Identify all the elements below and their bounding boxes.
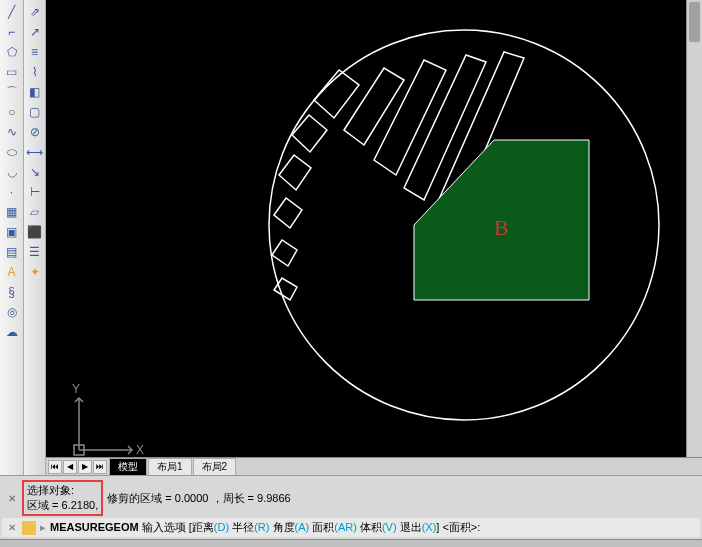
command-text: MEASUREGEOM 输入选项 [距离(D) 半径(R) 角度(A) 面积(A… [50, 520, 480, 535]
circle-tool-icon[interactable]: ○ [3, 103, 21, 121]
trim-region-text: 修剪的区域 = 0.0000 [107, 492, 208, 504]
tab-first-icon[interactable]: ⏮ [48, 460, 62, 474]
svg-text:Y: Y [72, 382, 80, 396]
region-tool-icon[interactable]: ▣ [3, 223, 21, 241]
command-history-area: ✕ 选择对象: 区域 = 6.2180, 修剪的区域 = 0.0000 ，周长 … [0, 475, 702, 539]
xline-tool-icon[interactable]: ⇗ [26, 3, 44, 21]
close-cmdline-icon[interactable]: ✕ [6, 492, 18, 504]
rectangle-tool-icon[interactable]: ▭ [3, 63, 21, 81]
modify-toolbar: ⇗ ↗ ≡ ⌇ ◧ ▢ ⊘ ⟷ ↘ ⊢ ▱ ⬛ ☰ ✦ [24, 0, 46, 475]
wipeout-tool-icon[interactable]: ⊘ [26, 123, 44, 141]
dimension-tool-icon[interactable]: ⟷ [26, 143, 44, 161]
id-point-tool-icon[interactable]: ✦ [26, 263, 44, 281]
area-tool-icon[interactable]: ▱ [26, 203, 44, 221]
tab-layout2[interactable]: 布局2 [193, 458, 237, 475]
boundary-tool-icon[interactable]: ▢ [26, 103, 44, 121]
multiline-tool-icon[interactable]: ≡ [26, 43, 44, 61]
ellipse-arc-tool-icon[interactable]: ◡ [3, 163, 21, 181]
label-b: B [494, 215, 509, 240]
polyline-tool-icon[interactable]: ⌐ [3, 23, 21, 41]
status-bar [0, 539, 702, 547]
list-tool-icon[interactable]: ☰ [26, 243, 44, 261]
close-cmdinput-icon[interactable]: ✕ [6, 522, 18, 534]
command-input-line: ✕ ▸ MEASUREGEOM 输入选项 [距离(D) 半径(R) 角度(A) … [2, 518, 700, 537]
select-object-label: 选择对象: [27, 484, 74, 496]
polygon-tool-icon[interactable]: ⬠ [3, 43, 21, 61]
drawing-content: B Y X [46, 0, 702, 475]
tab-next-icon[interactable]: ▶ [78, 460, 92, 474]
tab-prev-icon[interactable]: ◀ [63, 460, 77, 474]
leader-tool-icon[interactable]: ↘ [26, 163, 44, 181]
vertical-scrollbar[interactable] [686, 0, 702, 457]
distance-tool-icon[interactable]: ⊢ [26, 183, 44, 201]
draw-toolbar: ╱ ⌐ ⬠ ▭ ⌒ ○ ∿ ⬭ ◡ · ▦ ▣ ▤ A § ◎ ☁ [0, 0, 24, 475]
drawing-canvas[interactable]: B Y X ⏮ ◀ ▶ ⏭ 模型 布局1 布局2 [46, 0, 702, 475]
command-prompt-icon [22, 521, 36, 535]
point-tool-icon[interactable]: · [3, 183, 21, 201]
perimeter-text: ，周长 = 9.9866 [212, 492, 291, 504]
ellipse-tool-icon[interactable]: ⬭ [3, 143, 21, 161]
tab-layout1[interactable]: 布局1 [148, 458, 192, 475]
hatch-tool-icon[interactable]: ▦ [3, 203, 21, 221]
gradient-tool-icon[interactable]: ◧ [26, 83, 44, 101]
svg-text:X: X [136, 443, 144, 457]
tab-nav-controls: ⏮ ◀ ▶ ⏭ [48, 460, 108, 474]
arc-tool-icon[interactable]: ⌒ [3, 83, 21, 101]
tab-model[interactable]: 模型 [109, 458, 147, 475]
command-input[interactable] [480, 522, 696, 534]
donut-tool-icon[interactable]: ◎ [3, 303, 21, 321]
command-name: MEASUREGEOM [50, 521, 139, 533]
table-tool-icon[interactable]: ▤ [3, 243, 21, 261]
highlighted-result: 选择对象: 区域 = 6.2180, [22, 480, 103, 516]
region-value: 6.2180 [62, 499, 96, 511]
spline-tool-icon[interactable]: ∿ [3, 123, 21, 141]
revcloud-tool-icon[interactable]: ☁ [3, 323, 21, 341]
line-tool-icon[interactable]: ╱ [3, 3, 21, 21]
ray-tool-icon[interactable]: ↗ [26, 23, 44, 41]
massprop-tool-icon[interactable]: ⬛ [26, 223, 44, 241]
command-history-line: ✕ 选择对象: 区域 = 6.2180, 修剪的区域 = 0.0000 ，周长 … [2, 478, 700, 518]
region-prefix: 区域 = [27, 499, 62, 511]
3dpoly-tool-icon[interactable]: ⌇ [26, 63, 44, 81]
tab-last-icon[interactable]: ⏭ [93, 460, 107, 474]
layout-tabs-bar: ⏮ ◀ ▶ ⏭ 模型 布局1 布局2 [46, 457, 702, 475]
mtext-tool-icon[interactable]: A [3, 263, 21, 281]
helix-tool-icon[interactable]: § [3, 283, 21, 301]
